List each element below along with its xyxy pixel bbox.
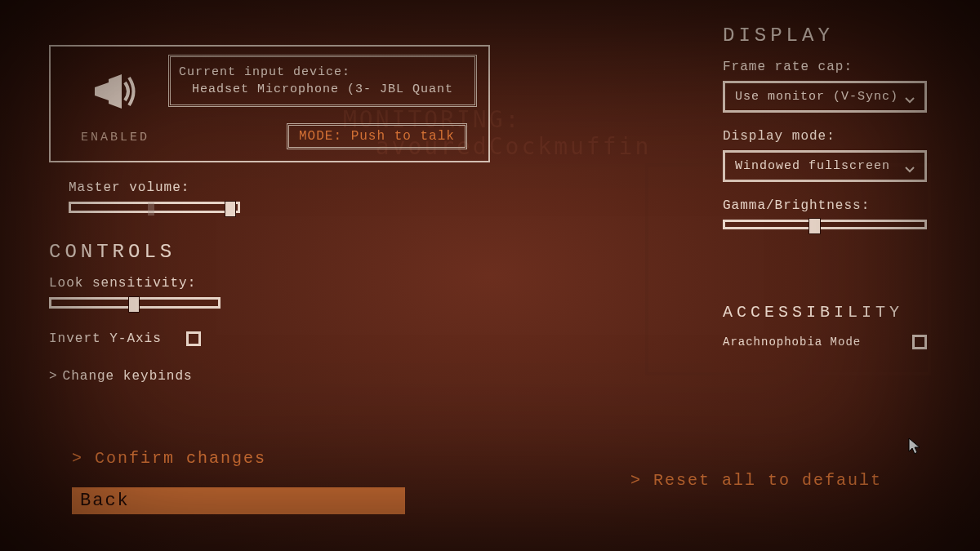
chevron-down-icon — [905, 94, 915, 100]
chevron-down-icon — [905, 163, 915, 170]
input-device-box[interactable]: Current input device: Headset Microphone… — [168, 55, 477, 107]
master-volume-slider[interactable] — [69, 202, 240, 213]
frame-cap-dropdown[interactable]: Use monitor (V-Sync) — [723, 81, 927, 113]
confirm-changes-label: Confirm changes — [95, 449, 266, 468]
look-sensitivity-label: Look sensitivity: — [49, 276, 490, 291]
gamma-thumb[interactable] — [808, 218, 821, 234]
reset-defaults-button[interactable]: > Reset all to default — [630, 471, 882, 490]
accessibility-heading: ACCESSIBILITY — [723, 303, 935, 322]
gamma-label: Gamma/Brightness: — [723, 198, 935, 213]
frame-cap-label: Frame rate cap: — [723, 60, 935, 74]
megaphone-icon — [91, 71, 140, 112]
caret-right-icon: > — [72, 449, 95, 468]
input-device-value: Headset Microphone (3- JBL Quant — [179, 81, 466, 98]
master-volume-ghost — [148, 202, 154, 216]
mouse-cursor-icon — [908, 438, 921, 460]
svg-marker-1 — [109, 74, 122, 109]
invert-y-checkbox[interactable] — [186, 331, 201, 346]
input-device-label: Current input device: — [179, 64, 466, 81]
invert-y-label: Invert Y-Axis — [49, 331, 162, 346]
change-keybinds-button[interactable]: >Change keybinds — [49, 369, 490, 384]
arachnophobia-label: Arachnophobia Mode — [723, 335, 861, 349]
display-heading: DISPLAY — [723, 24, 935, 47]
change-keybinds-label: Change keybinds — [63, 369, 193, 384]
display-mode-value: Windowed fullscreen — [735, 159, 890, 173]
master-volume-thumb[interactable] — [225, 201, 236, 217]
look-sensitivity-slider[interactable] — [49, 297, 220, 309]
controls-heading: CONTROLS — [49, 241, 490, 263]
back-button-label: Back — [80, 491, 130, 511]
display-mode-dropdown[interactable]: Windowed fullscreen — [723, 150, 927, 182]
display-mode-label: Display mode: — [723, 129, 935, 144]
voice-chat-panel: ENABLED Current input device: Headset Mi… — [49, 45, 490, 162]
voice-mode-prefix: MODE: — [299, 129, 342, 144]
caret-right-icon: > — [630, 471, 653, 490]
reset-defaults-label: Reset all to default — [653, 471, 882, 490]
voice-mode-value: Push to talk — [351, 129, 455, 144]
back-button[interactable]: Back — [72, 487, 405, 514]
svg-marker-2 — [909, 438, 920, 454]
frame-cap-value: Use monitor (V-Sync) — [735, 90, 898, 104]
caret-right-icon: > — [49, 369, 58, 384]
gamma-slider[interactable] — [723, 220, 927, 229]
voice-mode-button[interactable]: MODE: Push to talk — [287, 123, 467, 149]
arachnophobia-checkbox[interactable] — [912, 335, 927, 349]
look-sensitivity-thumb[interactable] — [128, 296, 140, 313]
voice-status-label: ENABLED — [62, 131, 168, 144]
svg-marker-0 — [95, 82, 109, 100]
master-volume-label: Master volume: — [69, 180, 490, 195]
confirm-changes-button[interactable]: > Confirm changes — [72, 449, 405, 468]
